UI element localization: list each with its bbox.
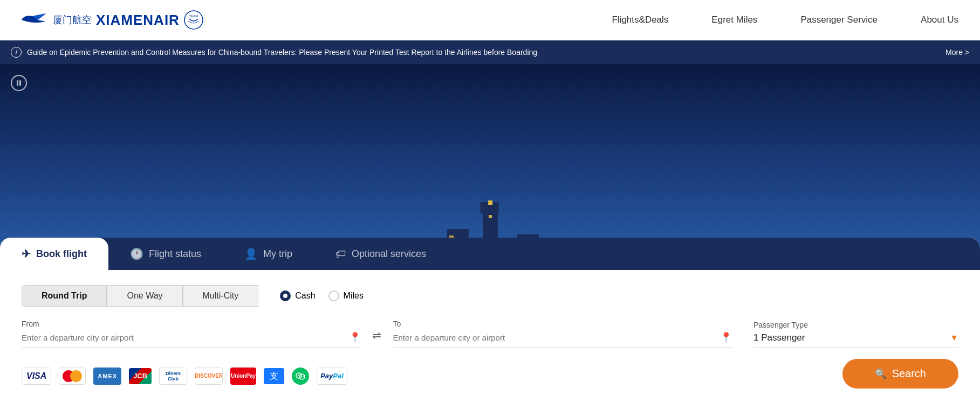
- from-label: From: [22, 320, 361, 328]
- tab-my-trip[interactable]: 👤 My trip: [223, 238, 314, 270]
- clock-icon: 🕐: [130, 247, 143, 260]
- to-input[interactable]: [393, 333, 716, 342]
- from-location-icon: 📍: [349, 331, 361, 343]
- form-area: Round Trip One Way Multi-City Cash Miles: [0, 270, 980, 401]
- pause-button[interactable]: [11, 75, 27, 91]
- svg-text:支: 支: [270, 371, 278, 380]
- round-trip-button[interactable]: Round Trip: [22, 285, 107, 307]
- trip-options-row: Round Trip One Way Multi-City Cash Miles: [22, 285, 958, 307]
- nav-about-us[interactable]: About Us: [921, 15, 958, 25]
- jcb-icon: JCB: [129, 368, 152, 384]
- paypal-icon: PayPal: [317, 368, 347, 385]
- nav-flights-deals[interactable]: Flights&Deals: [612, 15, 668, 25]
- pause-bar-right: [19, 80, 21, 86]
- cash-radio-dot: [283, 294, 287, 298]
- team-logo-icon: TEAM: [184, 10, 203, 30]
- svg-point-5: [298, 375, 299, 376]
- miles-label: Miles: [344, 291, 364, 301]
- multi-city-button[interactable]: Multi-City: [183, 285, 259, 307]
- to-field-wrapper: 📍: [393, 331, 732, 348]
- visa-icon: VISA: [22, 368, 51, 385]
- hero-section: ✈ Book flight 🕐 Flight status 👤 My trip …: [0, 64, 980, 401]
- unionpay-icon: UnionPay: [230, 368, 256, 385]
- svg-point-6: [299, 375, 300, 376]
- nav-egret-miles[interactable]: Egret Miles: [711, 15, 757, 25]
- cash-radio[interactable]: [280, 290, 291, 301]
- swap-icon: ⇌: [372, 329, 381, 342]
- tab-optional-services-label: Optional services: [352, 248, 426, 260]
- from-field-wrapper: 📍: [22, 331, 361, 348]
- person-icon: 👤: [244, 247, 258, 260]
- payment-options: Cash Miles: [280, 290, 364, 301]
- tab-my-trip-label: My trip: [263, 248, 292, 260]
- from-input-group: From 📍: [22, 320, 361, 348]
- main-nav: Flights&Deals Egret Miles Passenger Serv…: [612, 15, 958, 25]
- pause-bar-left: [17, 80, 18, 86]
- from-input[interactable]: [22, 333, 345, 342]
- logo-english: XIAMENAIR: [96, 12, 180, 29]
- discover-icon: DISCOVER: [195, 368, 223, 385]
- search-icon: 🔍: [875, 368, 887, 380]
- svg-point-8: [303, 376, 304, 377]
- mastercard-icon: [59, 368, 86, 385]
- to-label: To: [393, 320, 732, 328]
- plane-icon: ✈: [22, 247, 31, 260]
- logo-chinese: 厦门航空: [53, 13, 92, 26]
- cash-option[interactable]: Cash: [280, 290, 315, 301]
- search-button-label: Search: [892, 368, 926, 380]
- to-location-icon: 📍: [720, 331, 732, 343]
- swap-button[interactable]: ⇌: [366, 327, 388, 348]
- bottom-row: VISA AMEX JCB DinersClub DISCOVER Un: [22, 359, 958, 389]
- to-input-group: To 📍: [393, 320, 732, 348]
- info-banner: i Guide on Epidemic Prevention and Contr…: [0, 40, 980, 64]
- booking-panel: ✈ Book flight 🕐 Flight status 👤 My trip …: [0, 238, 980, 401]
- wechat-svg: [295, 371, 306, 382]
- one-way-button[interactable]: One Way: [107, 285, 182, 307]
- miles-option[interactable]: Miles: [328, 290, 364, 301]
- flight-input-row: From 📍 ⇌ To 📍 Pas: [22, 320, 958, 348]
- banner-left: i Guide on Epidemic Prevention and Contr…: [11, 47, 537, 58]
- diners-icon: DinersClub: [159, 368, 187, 385]
- mc-orange-circle: [70, 370, 82, 382]
- alipay-icon: 支: [264, 368, 284, 384]
- tab-flight-status-label: Flight status: [149, 248, 201, 260]
- amex-icon: AMEX: [93, 368, 121, 385]
- cash-label: Cash: [295, 291, 315, 301]
- tag-icon: 🏷: [335, 248, 346, 260]
- passenger-input-group: Passenger Type 1 Passenger ▼: [753, 321, 958, 348]
- svg-point-0: [184, 11, 203, 29]
- tab-book-flight-label: Book flight: [36, 248, 87, 260]
- wechat-icon: [292, 368, 309, 385]
- svg-point-3: [296, 373, 301, 378]
- svg-text:TEAM: TEAM: [189, 15, 198, 18]
- search-button[interactable]: 🔍 Search: [842, 359, 958, 389]
- alipay-svg: 支: [268, 370, 280, 382]
- banner-text: Guide on Epidemic Prevention and Control…: [27, 48, 537, 57]
- logo-area[interactable]: 厦门航空 XIAMENAIR TEAM: [22, 10, 203, 30]
- payment-icons-row: VISA AMEX JCB DinersClub DISCOVER Un: [22, 368, 347, 385]
- header: 厦门航空 XIAMENAIR TEAM Flights&Deals Egret …: [0, 0, 980, 40]
- miles-radio[interactable]: [328, 290, 339, 301]
- banner-more-link[interactable]: More >: [945, 48, 969, 57]
- info-icon: i: [11, 47, 22, 58]
- passenger-type-label: Passenger Type: [753, 321, 958, 329]
- passenger-select[interactable]: 1 Passenger ▼: [753, 332, 958, 348]
- tab-flight-status[interactable]: 🕐 Flight status: [108, 238, 223, 270]
- passenger-value: 1 Passenger: [753, 332, 805, 343]
- passenger-dropdown-arrow: ▼: [950, 333, 958, 343]
- tab-optional-services[interactable]: 🏷 Optional services: [314, 238, 448, 270]
- tabs-row: ✈ Book flight 🕐 Flight status 👤 My trip …: [0, 238, 980, 270]
- svg-point-7: [301, 376, 302, 377]
- tab-book-flight[interactable]: ✈ Book flight: [0, 238, 108, 270]
- logo-bird-icon: [22, 12, 49, 28]
- nav-passenger-service[interactable]: Passenger Service: [800, 15, 878, 25]
